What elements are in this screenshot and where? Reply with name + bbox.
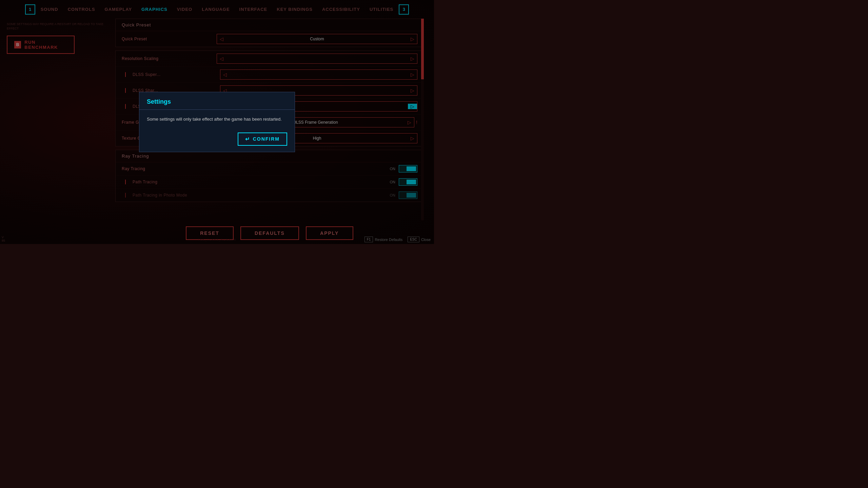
modal-title: Settings	[147, 98, 287, 105]
modal-message: Some settings will only take effect afte…	[147, 116, 287, 123]
settings-modal: Settings Some settings will only take ef…	[139, 92, 295, 152]
modal-overlay: Settings Some settings will only take ef…	[0, 0, 434, 244]
modal-footer: ↵ CONFIRM	[139, 129, 295, 152]
confirm-icon: ↵	[245, 136, 250, 142]
modal-body: Some settings will only take effect afte…	[139, 110, 295, 129]
confirm-label: CONFIRM	[253, 136, 280, 142]
modal-header: Settings	[139, 92, 295, 110]
confirm-button[interactable]: ↵ CONFIRM	[238, 133, 287, 146]
